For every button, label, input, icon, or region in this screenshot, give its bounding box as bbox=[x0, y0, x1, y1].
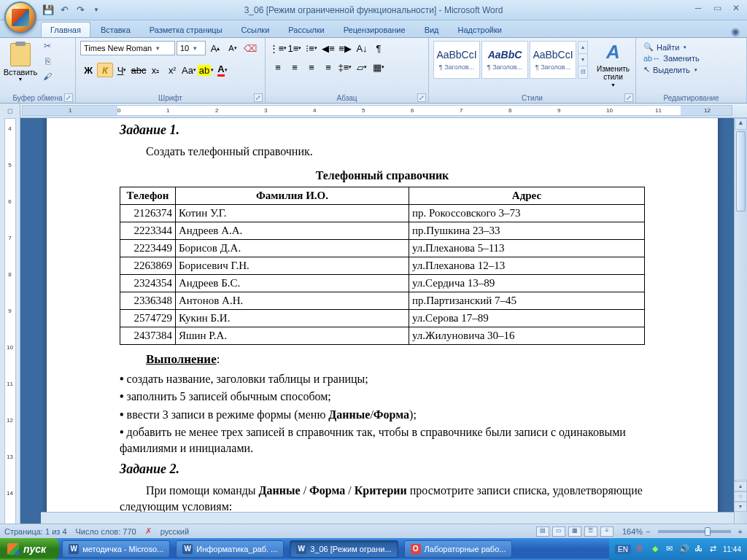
clear-format-icon[interactable]: ⌫ bbox=[242, 41, 258, 55]
style-item[interactable]: AaBbCcI¶ Заголов... bbox=[530, 41, 576, 79]
browse-object-icon[interactable]: ○ bbox=[734, 491, 747, 502]
tab-layout[interactable]: Разметка страницы bbox=[141, 23, 231, 37]
font-color-button[interactable]: A▾ bbox=[214, 63, 231, 77]
tab-view[interactable]: Вид bbox=[416, 23, 448, 37]
redo-icon[interactable]: ↷ bbox=[74, 4, 86, 16]
tab-review[interactable]: Рецензирование bbox=[335, 23, 414, 37]
line-spacing-icon[interactable]: ‡≡▾ bbox=[337, 60, 353, 74]
number-list-icon[interactable]: 1≡▾ bbox=[287, 41, 303, 55]
tab-addins[interactable]: Надстройки bbox=[449, 23, 511, 37]
font-size-combo[interactable]: 10▼ bbox=[177, 41, 206, 55]
taskbar-item[interactable]: Wметодичка - Microso... bbox=[62, 540, 170, 558]
tray-shield-icon[interactable]: ⛨ bbox=[635, 544, 646, 554]
vertical-scrollbar[interactable]: ▲ ▼ ▴ ○ ▾ bbox=[734, 118, 747, 525]
align-right-icon[interactable]: ≡ bbox=[303, 60, 320, 74]
maximize-button[interactable]: ▭ bbox=[711, 3, 724, 13]
save-icon[interactable]: 💾 bbox=[42, 4, 54, 16]
italic-button[interactable]: К bbox=[97, 63, 113, 77]
style-gallery[interactable]: AaBbCcI¶ Заголов... AaBbC¶ Заголов... Aa… bbox=[433, 41, 588, 79]
zoom-slider[interactable] bbox=[658, 530, 731, 533]
view-full-screen[interactable]: ▭ bbox=[552, 526, 565, 537]
borders-icon[interactable]: ▦▾ bbox=[371, 60, 387, 74]
taskbar-item[interactable]: OЛабораторные рабо... bbox=[404, 540, 513, 558]
tray-clock[interactable]: 11:44 bbox=[723, 545, 741, 553]
spellcheck-icon[interactable]: ✗ bbox=[145, 526, 152, 536]
start-button[interactable]: пуск bbox=[0, 538, 59, 560]
prev-page-icon[interactable]: ▴ bbox=[734, 481, 747, 491]
copy-icon[interactable]: ⎘ bbox=[41, 56, 54, 69]
tab-insert[interactable]: Вставка bbox=[92, 23, 139, 37]
scroll-up-icon[interactable]: ▲ bbox=[735, 118, 747, 130]
change-styles-button[interactable]: A Изменить стили ▼ bbox=[595, 41, 631, 88]
office-button[interactable] bbox=[4, 1, 36, 34]
tab-mailings[interactable]: Рассылки bbox=[279, 23, 333, 37]
document-page[interactable]: Задание 1. Создать телефонный справочник… bbox=[47, 118, 718, 525]
tray-av-icon[interactable]: ◆ bbox=[650, 544, 660, 554]
select-button[interactable]: ↖Выделить▾ bbox=[643, 65, 700, 74]
superscript-button[interactable]: x² bbox=[164, 63, 180, 77]
ruler-vertical[interactable]: 4567891011121314 bbox=[0, 118, 20, 525]
taskbar-item[interactable]: W3_06 [Режим ограни... bbox=[290, 540, 398, 558]
replace-button[interactable]: ab↔Заменить bbox=[643, 54, 700, 63]
align-center-icon[interactable]: ≡ bbox=[287, 60, 303, 74]
ruler-horizontal[interactable]: ◻ 1012345678910111213 bbox=[0, 104, 747, 118]
increase-indent-icon[interactable]: ≡▶ bbox=[337, 41, 353, 55]
find-button[interactable]: 🔍Найти▾ bbox=[643, 42, 700, 52]
tab-home[interactable]: Главная bbox=[41, 22, 90, 37]
view-outline[interactable]: ☰ bbox=[584, 526, 597, 537]
view-draft[interactable]: ≡ bbox=[600, 526, 614, 537]
highlight-button[interactable]: ab▾ bbox=[198, 63, 214, 77]
bold-button[interactable]: Ж bbox=[80, 63, 96, 77]
tab-references[interactable]: Ссылки bbox=[233, 23, 279, 37]
align-left-icon[interactable]: ≡ bbox=[270, 60, 286, 74]
next-page-icon[interactable]: ▾ bbox=[734, 502, 747, 512]
tray-network-icon[interactable]: 🖧 bbox=[694, 544, 704, 554]
help-icon[interactable]: ◉ bbox=[731, 26, 740, 37]
ruler-corner[interactable]: ◻ bbox=[0, 104, 20, 118]
task2-title: Задание 2. bbox=[120, 460, 645, 478]
paste-button[interactable]: Вставить ▼ bbox=[4, 41, 36, 88]
undo-icon[interactable]: ↶ bbox=[58, 4, 70, 16]
zoom-in-icon[interactable]: + bbox=[738, 527, 743, 536]
view-print-layout[interactable]: ▤ bbox=[536, 526, 549, 537]
style-gallery-nav[interactable]: ▴▾⊟ bbox=[578, 41, 588, 79]
status-page[interactable]: Страница: 1 из 4 bbox=[4, 527, 67, 536]
tray-msg-icon[interactable]: ✉ bbox=[665, 544, 675, 554]
styles-launcher[interactable]: ⤢ bbox=[624, 93, 633, 102]
view-web[interactable]: ▦ bbox=[568, 526, 581, 537]
subscript-button[interactable]: x₂ bbox=[147, 63, 163, 77]
underline-button[interactable]: Ч▾ bbox=[114, 63, 130, 77]
close-button[interactable]: ✕ bbox=[729, 3, 743, 13]
zoom-level[interactable]: 164% bbox=[622, 527, 643, 536]
tray-volume-icon[interactable]: 🔊 bbox=[679, 544, 689, 554]
taskbar-item[interactable]: WИнформатика_раб. ... bbox=[176, 540, 284, 558]
status-words[interactable]: Число слов: 770 bbox=[76, 527, 136, 536]
align-justify-icon[interactable]: ≡ bbox=[320, 60, 336, 74]
tray-usb-icon[interactable]: ⇄ bbox=[708, 544, 719, 554]
style-item[interactable]: AaBbC¶ Заголов... bbox=[481, 41, 528, 79]
clipboard-launcher[interactable]: ⤢ bbox=[64, 93, 73, 102]
grow-font-icon[interactable]: A▴ bbox=[207, 41, 223, 55]
tray-lang[interactable]: EN bbox=[615, 545, 631, 554]
decrease-indent-icon[interactable]: ◀≡ bbox=[320, 41, 336, 55]
page-scroll[interactable]: Задание 1. Создать телефонный справочник… bbox=[20, 118, 747, 525]
strike-button[interactable]: abc bbox=[131, 63, 147, 77]
style-item[interactable]: AaBbCcI¶ Заголов... bbox=[433, 41, 480, 79]
shading-icon[interactable]: ▱▾ bbox=[354, 60, 370, 74]
paragraph-launcher[interactable]: ⤢ bbox=[417, 93, 426, 102]
bullet-list-icon[interactable]: ⋮≡▾ bbox=[270, 41, 286, 55]
font-launcher[interactable]: ⤢ bbox=[254, 93, 263, 102]
font-name-combo[interactable]: Times New Roman▼ bbox=[80, 41, 175, 55]
status-lang[interactable]: русский bbox=[160, 527, 189, 536]
minimize-button[interactable]: ─ bbox=[692, 3, 705, 13]
zoom-out-icon[interactable]: − bbox=[646, 527, 650, 536]
show-marks-icon[interactable]: ¶ bbox=[371, 41, 387, 55]
shrink-font-icon[interactable]: A▾ bbox=[225, 41, 241, 55]
cut-icon[interactable]: ✂ bbox=[41, 41, 54, 54]
format-painter-icon[interactable]: 🖌 bbox=[41, 71, 54, 85]
qat-dropdown-icon[interactable]: ▼ bbox=[90, 4, 102, 16]
change-case-button[interactable]: Aa▾ bbox=[181, 63, 197, 77]
multilevel-list-icon[interactable]: ⁝≡▾ bbox=[303, 41, 320, 55]
sort-icon[interactable]: A↓ bbox=[354, 41, 370, 55]
scroll-thumb[interactable] bbox=[736, 131, 746, 211]
